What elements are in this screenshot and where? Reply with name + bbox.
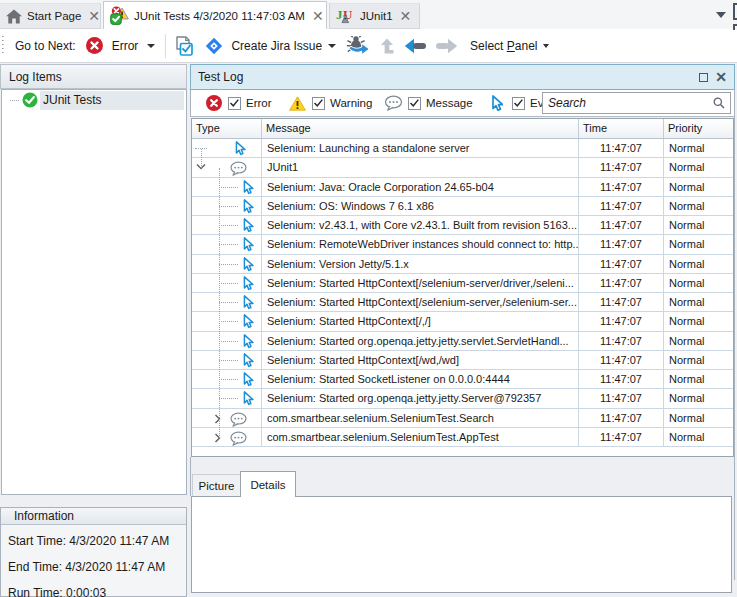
log-row[interactable]: Selenium: Java: Oracle Corporation 24.65…	[192, 178, 733, 197]
log-row[interactable]: JUnit111:47:07Normal	[192, 158, 733, 177]
column-header-type[interactable]: Type	[192, 119, 262, 138]
jira-icon[interactable]	[205, 37, 223, 55]
tab-close-icon[interactable]: ✕	[312, 10, 324, 22]
error-circle-icon[interactable]	[86, 37, 103, 54]
message-cell: Selenium: Version Jetty/5.1.x	[262, 255, 579, 273]
time-cell: 11:47:07	[579, 351, 664, 369]
message-icon	[229, 431, 248, 446]
message-cell: Selenium: Java: Oracle Corporation 24.65…	[262, 178, 579, 196]
log-row[interactable]: Selenium: Started HttpContext[/wd,/wd]11…	[192, 351, 733, 370]
go-to-next-dropdown-icon[interactable]	[147, 44, 155, 48]
message-cell: com.smartbear.selenium.SeleniumTest.AppT…	[262, 428, 579, 446]
log-row[interactable]: Selenium: RemoteWebDriver instances shou…	[192, 235, 733, 254]
message-cell: Selenium: Started SocketListener on 0.0.…	[262, 370, 579, 388]
time-cell: 11:47:07	[579, 178, 664, 196]
priority-cell: Normal	[664, 332, 733, 350]
log-row[interactable]: Selenium: Started org.openqa.jetty.jetty…	[192, 332, 733, 351]
priority-cell: Normal	[664, 293, 733, 311]
start-time-text: Start Time: 4/3/2020 11:47 AM	[8, 534, 186, 552]
log-row[interactable]: com.smartbear.selenium.SeleniumTest.AppT…	[192, 428, 733, 447]
event-icon	[241, 218, 254, 233]
go-to-next-error-label[interactable]: Error	[112, 39, 139, 53]
time-cell: 11:47:07	[579, 293, 664, 311]
column-header-message[interactable]: Message	[262, 119, 579, 138]
window-edge-fragment	[733, 3, 737, 20]
event-icon	[241, 391, 254, 406]
tab-picture[interactable]: Picture	[192, 474, 241, 496]
message-cell: JUnit1	[262, 158, 579, 176]
tab-label: JUnit Tests 4/3/2020 11:47:03 AM	[134, 10, 305, 22]
log-row[interactable]: Selenium: Started SocketListener on 0.0.…	[192, 370, 733, 389]
time-cell: 11:47:07	[579, 409, 664, 427]
log-row[interactable]: Selenium: Started org.openqa.jetty.jetty…	[192, 389, 733, 408]
details-panel	[191, 496, 732, 593]
log-row[interactable]: Selenium: v2.43.1, with Core v2.43.1. Bu…	[192, 216, 733, 235]
tree-connector	[219, 302, 238, 303]
column-header-time[interactable]: Time	[579, 119, 664, 138]
test-log-icon	[110, 6, 129, 25]
type-cell	[192, 312, 262, 330]
select-panel-dropdown-icon[interactable]	[543, 44, 549, 48]
message-cell: Selenium: Started HttpContext[/selenium-…	[262, 293, 579, 311]
tree-connector	[219, 283, 238, 284]
priority-cell: Normal	[664, 139, 733, 157]
tree-connector	[219, 206, 238, 207]
doc-check-icon[interactable]	[174, 36, 194, 56]
log-rows: Selenium: Launching a standalone server1…	[192, 139, 733, 447]
tab-junit-tests-log[interactable]: JUnit Tests 4/3/2020 11:47:03 AM ✕	[103, 1, 327, 29]
log-grid-header: Type Message Time Priority	[192, 119, 733, 139]
log-items-header: Log Items	[0, 64, 187, 89]
log-row[interactable]: Selenium: Started HttpContext[/,/]11:47:…	[192, 312, 733, 331]
log-row[interactable]: Selenium: Launching a standalone server1…	[192, 139, 733, 158]
log-row[interactable]: com.smartbear.selenium.SeleniumTest.Sear…	[192, 409, 733, 428]
log-row[interactable]: Selenium: Started HttpContext[/selenium-…	[192, 293, 733, 312]
log-row[interactable]: Selenium: OS: Windows 7 6.1 x8611:47:07N…	[192, 197, 733, 216]
tree-connector	[219, 225, 238, 226]
create-jira-dropdown-icon[interactable]	[328, 44, 336, 48]
test-log-panel: Type Message Time Priority Selenium: Lau…	[190, 63, 735, 597]
time-cell: 11:47:07	[579, 158, 664, 176]
toolbar-grip[interactable]	[2, 36, 5, 56]
type-cell	[192, 139, 262, 157]
back-arrow-icon[interactable]	[404, 38, 427, 54]
time-cell: 11:47:07	[579, 197, 664, 215]
message-cell: Selenium: Started HttpContext[/,/]	[262, 312, 579, 330]
tree-connector	[219, 168, 220, 438]
tree-connector	[10, 100, 19, 101]
tab-label: Start Page	[27, 10, 81, 22]
collapsed-chevron-icon[interactable]	[214, 433, 222, 443]
collapsed-chevron-icon[interactable]	[214, 414, 222, 424]
bug-jump-icon[interactable]	[346, 36, 370, 55]
message-cell: Selenium: Started org.openqa.jetty.jetty…	[262, 332, 579, 350]
priority-cell: Normal	[664, 428, 733, 446]
priority-cell: Normal	[664, 216, 733, 234]
column-header-priority[interactable]: Priority	[664, 119, 733, 138]
log-row[interactable]: Selenium: Version Jetty/5.1.x11:47:07Nor…	[192, 255, 733, 274]
type-cell	[192, 197, 262, 215]
select-panel-button[interactable]: Select Panel	[470, 39, 537, 53]
tab-list-dropdown-icon[interactable]	[716, 12, 726, 18]
forward-arrow-icon[interactable]	[435, 38, 458, 54]
up-arrow-icon[interactable]	[380, 38, 394, 54]
event-icon	[241, 276, 254, 291]
priority-cell: Normal	[664, 178, 733, 196]
tab-picture-label: Picture	[199, 480, 235, 492]
log-row[interactable]: Selenium: Started HttpContext[/selenium-…	[192, 274, 733, 293]
tree-item-junit-tests[interactable]: JUnit Tests	[2, 91, 186, 110]
type-cell	[192, 235, 262, 253]
tree-connector	[219, 187, 238, 188]
type-cell	[192, 255, 262, 273]
priority-cell: Normal	[664, 274, 733, 292]
tab-junit1[interactable]: JUnit1 ✕	[329, 3, 420, 29]
message-cell: Selenium: RemoteWebDriver instances shou…	[262, 235, 579, 253]
tab-start-page[interactable]: Start Page ✕	[0, 3, 101, 29]
go-to-next-label: Go to Next:	[15, 39, 76, 53]
type-cell	[192, 216, 262, 234]
tab-details[interactable]: Details	[240, 471, 296, 497]
create-jira-issue-button[interactable]: Create Jira Issue	[231, 39, 322, 53]
tree-connector	[219, 264, 238, 265]
time-cell: 11:47:07	[579, 216, 664, 234]
tab-close-icon[interactable]: ✕	[88, 10, 100, 22]
type-cell	[192, 428, 262, 446]
tab-close-icon[interactable]: ✕	[400, 10, 412, 22]
